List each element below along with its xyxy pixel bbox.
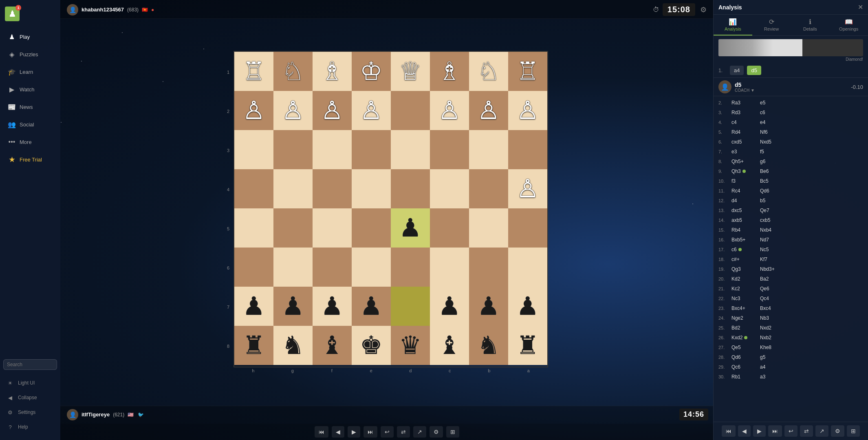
move-white[interactable]: Kc2	[730, 285, 758, 292]
search-input[interactable]	[7, 362, 53, 367]
cell-e2[interactable]	[391, 91, 430, 130]
last-move-btn[interactable]: ⏭	[364, 426, 377, 438]
move-black[interactable]: g6	[758, 158, 787, 165]
move-black[interactable]: b5	[758, 197, 787, 204]
board-settings-btn[interactable]: ⚙	[430, 426, 443, 438]
move-white[interactable]: c6	[730, 246, 758, 253]
cell-h6[interactable]	[508, 248, 547, 287]
nav-item-more[interactable]: ••• More	[2, 133, 59, 150]
move-black[interactable]: a4	[758, 363, 787, 371]
bottom-item-settings[interactable]: ⚙ Settings	[0, 405, 60, 420]
move-black[interactable]: Nxb4	[758, 226, 787, 234]
nav-item-puzzles[interactable]: ◈ Puzzles	[2, 46, 59, 63]
nav-item-play[interactable]: ♟ Play	[2, 28, 59, 45]
cell-e4[interactable]	[391, 169, 430, 208]
move-black[interactable]: e5	[758, 99, 787, 106]
move-black[interactable]: cxb5	[758, 217, 787, 224]
move-white[interactable]: e3	[730, 148, 758, 155]
cell-a2[interactable]: ♙	[234, 91, 273, 130]
bottom-item-light-ui[interactable]: ☀ Light UI	[0, 376, 60, 390]
nav-item-learn[interactable]: 🎓 Learn	[2, 63, 59, 80]
cell-f8[interactable]: ♝	[430, 326, 469, 365]
move-black[interactable]: e4	[758, 119, 787, 126]
cell-g7[interactable]: ♟	[469, 287, 508, 326]
move-white[interactable]: cxd5	[730, 138, 758, 146]
flip-btn[interactable]: ↩	[381, 426, 394, 438]
move-white[interactable]: Qe5	[730, 344, 758, 351]
move-white[interactable]: Qh3	[730, 168, 758, 175]
move-white[interactable]: Rd3	[730, 109, 758, 116]
move-black-btn[interactable]: d5	[747, 66, 761, 75]
cell-d1[interactable]: ♔	[352, 52, 391, 91]
move-white-btn[interactable]: a4	[730, 66, 744, 75]
cell-d3[interactable]	[352, 130, 391, 169]
cell-g8[interactable]: ♞	[469, 326, 508, 365]
nav-item-news[interactable]: 📰 News	[2, 98, 59, 115]
move-white[interactable]: Qd6	[730, 354, 758, 361]
cell-a4[interactable]	[234, 169, 273, 208]
ac-next-btn[interactable]: ▶	[753, 425, 766, 437]
nav-item-watch[interactable]: ▶ Watch	[2, 81, 59, 98]
move-black[interactable]: Nbd3+	[758, 265, 787, 273]
game-settings-btn[interactable]: ⚙	[698, 4, 708, 16]
cell-b7[interactable]: ♟	[273, 287, 313, 326]
move-black[interactable]: Kf7	[758, 256, 787, 263]
move-white[interactable]: Kd2	[730, 275, 758, 283]
cell-d6[interactable]	[352, 248, 391, 287]
move-white[interactable]: Rb1	[730, 373, 758, 380]
cell-c2[interactable]: ♙	[313, 91, 352, 130]
tab-openings[interactable]: 📖 Openings	[829, 15, 868, 35]
cell-b2[interactable]: ♙	[273, 91, 313, 130]
cell-f7[interactable]: ♟	[430, 287, 469, 326]
cell-h7[interactable]: ♟	[508, 287, 547, 326]
nav-item-social[interactable]: 👥 Social	[2, 116, 59, 133]
move-black[interactable]: Nc5	[758, 246, 787, 253]
cell-a1[interactable]: ♖	[234, 52, 273, 91]
move-black[interactable]: Qe7	[758, 207, 787, 214]
ac-export-btn[interactable]: ↗	[815, 425, 828, 437]
ac-replay-btn[interactable]: ↩	[784, 425, 798, 437]
cell-h4[interactable]: ♙	[508, 169, 547, 208]
ac-first-btn[interactable]: ⏮	[722, 425, 736, 437]
cell-e6[interactable]	[391, 248, 430, 287]
cell-g1[interactable]: ♘	[469, 52, 508, 91]
move-white[interactable]: f3	[730, 177, 758, 185]
cell-b5[interactable]	[273, 208, 313, 248]
cell-a3[interactable]	[234, 130, 273, 169]
move-white[interactable]: Kxd2	[730, 334, 758, 341]
cell-d8[interactable]: ♚	[352, 326, 391, 365]
cell-a5[interactable]	[234, 208, 273, 248]
cell-f3[interactable]	[430, 130, 469, 169]
cell-e8[interactable]: ♛	[391, 326, 430, 365]
move-black[interactable]: Khe8	[758, 344, 787, 351]
cell-f1[interactable]: ♗	[430, 52, 469, 91]
cell-c4[interactable]	[313, 169, 352, 208]
cell-c6[interactable]	[313, 248, 352, 287]
move-white[interactable]: axb5	[730, 217, 758, 224]
cell-g4[interactable]	[469, 169, 508, 208]
ac-share-btn[interactable]: ⇄	[800, 425, 813, 437]
move-white[interactable]: Rc4	[730, 187, 758, 195]
next-move-btn[interactable]: ▶	[348, 426, 360, 438]
move-black[interactable]: Nxd5	[758, 138, 787, 146]
cell-f6[interactable]	[430, 248, 469, 287]
bottom-item-collapse[interactable]: ◀ Collapse	[0, 390, 60, 405]
move-white[interactable]: Qh5+	[730, 158, 758, 165]
cell-e7[interactable]	[391, 287, 430, 326]
menu-btn[interactable]: ⊞	[446, 426, 459, 438]
cell-f4[interactable]	[430, 169, 469, 208]
tab-review[interactable]: ⟳ Review	[752, 15, 791, 35]
move-white[interactable]: Rd4	[730, 128, 758, 136]
cell-h5[interactable]	[508, 208, 547, 248]
move-white[interactable]: c#+	[730, 256, 758, 263]
share-btn[interactable]: ⇄	[397, 426, 410, 438]
cell-f5[interactable]	[430, 208, 469, 248]
prev-move-btn[interactable]: ◀	[332, 426, 344, 438]
nav-item-free-trial[interactable]: ★ Free Trial	[2, 151, 59, 168]
move-black[interactable]: Nf6	[758, 128, 787, 136]
ac-settings-btn[interactable]: ⚙	[831, 425, 844, 437]
move-white[interactable]: Rb4	[730, 226, 758, 234]
cell-a6[interactable]	[234, 248, 273, 287]
move-black[interactable]: Qd6	[758, 187, 787, 195]
move-black[interactable]: Bc5	[758, 177, 787, 185]
